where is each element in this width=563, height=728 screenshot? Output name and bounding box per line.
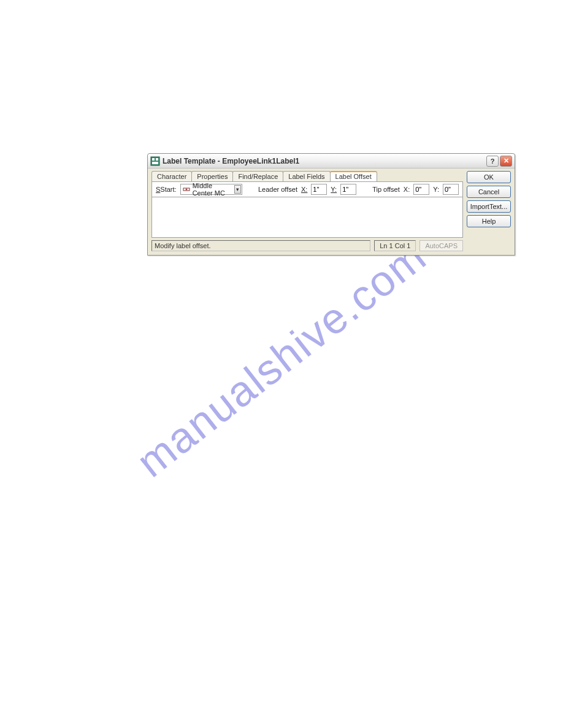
- svg-point-5: [185, 189, 187, 191]
- svg-rect-1: [152, 158, 155, 161]
- app-icon: [150, 156, 160, 166]
- tab-properties[interactable]: Properties: [191, 171, 233, 181]
- tip-y-input[interactable]: [443, 184, 459, 195]
- close-icon: ✕: [504, 157, 509, 165]
- tip-x-label: X:: [404, 186, 410, 193]
- titlebar-close-button[interactable]: ✕: [500, 156, 512, 167]
- tabs-row: Character Properties Find/Replace Label …: [151, 171, 463, 181]
- start-value: Middle Center MC: [193, 182, 231, 197]
- titlebar[interactable]: Label Template - EmployeeLink1Label1 ? ✕: [148, 154, 515, 169]
- alignment-icon: [183, 186, 190, 193]
- status-row: Modify label offset. Ln 1 Col 1 AutoCAPS: [151, 240, 463, 251]
- tip-y-label: Y:: [433, 186, 439, 193]
- import-text-button[interactable]: ImportText...: [467, 200, 511, 213]
- leader-x-label: X:: [301, 186, 307, 193]
- cursor-position: Ln 1 Col 1: [374, 240, 416, 251]
- start-label: SStart:: [156, 186, 177, 193]
- svg-rect-3: [152, 162, 158, 164]
- tab-find-replace[interactable]: Find/Replace: [232, 171, 283, 181]
- tip-x-input[interactable]: [413, 184, 429, 195]
- dialog-body: Character Properties Find/Replace Label …: [148, 169, 515, 255]
- tab-character[interactable]: Character: [151, 171, 192, 181]
- tab-label-fields[interactable]: Label Fields: [283, 171, 330, 181]
- main-column: Character Properties Find/Replace Label …: [151, 171, 463, 251]
- offset-controls-row: SStart: Middle Center MC ▾ Leader offs: [151, 181, 463, 197]
- ok-button[interactable]: OK: [467, 171, 511, 183]
- dialog-title: Label Template - EmployeeLink1Label1: [163, 157, 485, 165]
- tip-offset-label: Tip offset: [372, 186, 400, 193]
- cancel-button[interactable]: Cancel: [467, 186, 511, 198]
- status-message: Modify label offset.: [151, 240, 370, 251]
- leader-y-input[interactable]: [340, 184, 356, 195]
- label-text-area[interactable]: [151, 197, 463, 238]
- button-column: OK Cancel ImportText... Help: [467, 171, 511, 251]
- chevron-down-icon[interactable]: ▾: [234, 185, 241, 194]
- tab-label-offset[interactable]: Label Offset: [330, 171, 377, 181]
- help-button[interactable]: Help: [467, 215, 511, 227]
- leader-y-label: Y:: [331, 186, 337, 193]
- svg-rect-2: [156, 158, 158, 161]
- autocaps-indicator: AutoCAPS: [419, 240, 463, 251]
- leader-x-input[interactable]: [311, 184, 327, 195]
- leader-offset-label: Leader offset: [258, 186, 297, 193]
- titlebar-help-button[interactable]: ?: [486, 156, 499, 167]
- watermark: manualshive.com: [128, 232, 435, 487]
- label-template-dialog: Label Template - EmployeeLink1Label1 ? ✕…: [147, 153, 515, 256]
- help-icon: ?: [491, 157, 495, 165]
- start-dropdown[interactable]: Middle Center MC ▾: [180, 184, 242, 195]
